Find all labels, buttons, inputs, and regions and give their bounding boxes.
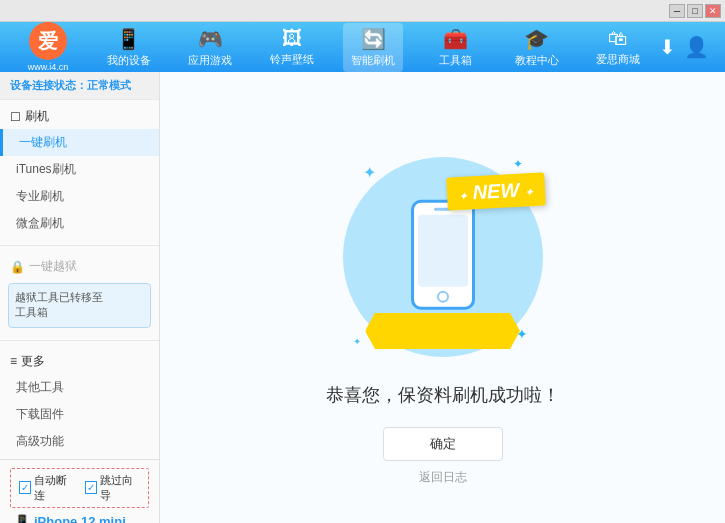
illustration: ✦ ✦ ✦ ✦ ✦ NEW ✦: [333, 147, 553, 367]
logo-icon: 爱: [29, 22, 67, 60]
nav-tutorial-label: 教程中心: [515, 53, 559, 68]
skip-wizard-check-icon: [85, 481, 97, 494]
sidebar-flash-header: ☐ 刷机: [0, 104, 159, 129]
sidebar-item-micro-flash[interactable]: 微盒刷机: [0, 210, 159, 237]
body: 设备连接状态：正常模式 ☐ 刷机 一键刷机 iTunes刷机 专业刷机 微盒刷机…: [0, 72, 725, 523]
new-badge-star-right: ✦: [524, 187, 533, 198]
confirm-button[interactable]: 确定: [383, 427, 503, 461]
flash-section-label: 刷机: [25, 108, 49, 125]
logo-url: www.i4.cn: [28, 62, 69, 72]
new-badge-star-left: ✦: [459, 190, 468, 201]
nav-tutorial-icon: 🎓: [524, 27, 549, 51]
nav-store-icon: 🛍: [608, 27, 628, 50]
device-info: 📱 iPhone 12 mini 64GB Down-12mini-13,1: [14, 514, 149, 523]
status-bar: 设备连接状态：正常模式: [0, 72, 159, 100]
user-button[interactable]: 👤: [684, 35, 709, 59]
status-label: 设备连接状态：: [10, 79, 87, 91]
phone-home-button: [437, 291, 449, 303]
sidebar-item-one-key-flash[interactable]: 一键刷机: [0, 129, 159, 156]
sidebar-item-download-firmware[interactable]: 下载固件: [0, 401, 159, 428]
nav-items: 📱 我的设备 🎮 应用游戏 🖼 铃声壁纸 🔄 智能刷机 🧰 工具箱 🎓: [88, 23, 659, 72]
title-bar: ─ □ ✕: [0, 0, 725, 22]
main-content: ✦ ✦ ✦ ✦ ✦ NEW ✦: [160, 72, 725, 523]
nav-wallpaper-label: 铃声壁纸: [270, 52, 314, 67]
sidebar-bottom: 自动断连 跳过向导 📱 iPhone 12 mini 64GB Down-12m…: [0, 459, 159, 523]
nav-my-device[interactable]: 📱 我的设备: [99, 23, 159, 72]
device-icon: 📱: [14, 514, 30, 523]
sparkle-1: ✦: [363, 163, 376, 182]
nav-my-device-label: 我的设备: [107, 53, 151, 68]
nav-wallpaper[interactable]: 🖼 铃声壁纸: [262, 23, 322, 71]
download-button[interactable]: ⬇: [659, 35, 676, 59]
nav-store-label: 爱思商城: [596, 52, 640, 67]
skip-wizard-checkbox[interactable]: 跳过向导: [85, 473, 141, 503]
sidebar-item-itunes-flash[interactable]: iTunes刷机: [0, 156, 159, 183]
nav-smart-flash[interactable]: 🔄 智能刷机: [343, 23, 403, 72]
sidebar-jailbreak-header: 🔒 一键越狱: [0, 254, 159, 279]
flash-section-icon: ☐: [10, 110, 21, 124]
sidebar-section-more: ≡ 更多 其他工具 下载固件 高级功能: [0, 345, 159, 459]
new-badge: ✦ NEW ✦: [446, 172, 545, 210]
jailbreak-info-box: 越狱工具已转移至工具箱: [8, 283, 151, 328]
nav-apps-label: 应用游戏: [188, 53, 232, 68]
nav-smart-flash-icon: 🔄: [361, 27, 386, 51]
maximize-button[interactable]: □: [687, 4, 703, 18]
more-section-icon: ≡: [10, 354, 17, 368]
nav-right-actions: ⬇ 👤: [659, 35, 717, 59]
status-value: 正常模式: [87, 79, 131, 91]
return-link[interactable]: 返回日志: [419, 469, 467, 486]
success-message: 恭喜您，保资料刷机成功啦！: [326, 383, 560, 407]
nav-toolbox-label: 工具箱: [439, 53, 472, 68]
nav-toolbox[interactable]: 🧰 工具箱: [425, 23, 485, 72]
jailbreak-lock-icon: 🔒: [10, 260, 25, 274]
nav-my-device-icon: 📱: [116, 27, 141, 51]
jailbreak-label: 一键越狱: [29, 258, 77, 275]
sparkle-2: ✦: [513, 157, 523, 171]
sidebar: 设备连接状态：正常模式 ☐ 刷机 一键刷机 iTunes刷机 专业刷机 微盒刷机…: [0, 72, 160, 523]
top-nav: 爱 www.i4.cn 📱 我的设备 🎮 应用游戏 🖼 铃声壁纸 🔄 智能刷机: [0, 22, 725, 72]
nav-apps[interactable]: 🎮 应用游戏: [180, 23, 240, 72]
sparkle-3: ✦: [353, 336, 361, 347]
sidebar-more-header: ≡ 更多: [0, 349, 159, 374]
close-button[interactable]: ✕: [705, 4, 721, 18]
device-name-row: 📱 iPhone 12 mini: [14, 514, 149, 523]
phone-device: [411, 200, 475, 310]
new-badge-text: NEW: [472, 179, 520, 203]
sidebar-item-other-tools[interactable]: 其他工具: [0, 374, 159, 401]
nav-store[interactable]: 🛍 爱思商城: [588, 23, 648, 71]
divider-1: [0, 245, 159, 246]
phone-screen: [418, 215, 468, 287]
nav-tutorial[interactable]: 🎓 教程中心: [507, 23, 567, 72]
sidebar-section-flash: ☐ 刷机 一键刷机 iTunes刷机 专业刷机 微盒刷机: [0, 100, 159, 241]
nav-wallpaper-icon: 🖼: [282, 27, 302, 50]
app-window: 爱 www.i4.cn 📱 我的设备 🎮 应用游戏 🖼 铃声壁纸 🔄 智能刷机: [0, 22, 725, 523]
minimize-button[interactable]: ─: [669, 4, 685, 18]
device-name-label: iPhone 12 mini: [34, 514, 126, 523]
more-section-label: 更多: [21, 353, 45, 370]
auto-disconnect-label: 自动断连: [34, 473, 74, 503]
sidebar-item-pro-flash[interactable]: 专业刷机: [0, 183, 159, 210]
jailbreak-info-text: 越狱工具已转移至工具箱: [15, 291, 103, 318]
sidebar-section-jailbreak: 🔒 一键越狱 越狱工具已转移至工具箱: [0, 250, 159, 336]
skip-wizard-label: 跳过向导: [100, 473, 140, 503]
sidebar-item-advanced[interactable]: 高级功能: [0, 428, 159, 455]
auto-disconnect-checkbox[interactable]: 自动断连: [19, 473, 75, 503]
logo-area: 爱 www.i4.cn: [8, 22, 88, 72]
nav-apps-icon: 🎮: [198, 27, 223, 51]
auto-disconnect-check-icon: [19, 481, 31, 494]
nav-toolbox-icon: 🧰: [443, 27, 468, 51]
checkbox-group: 自动断连 跳过向导: [10, 468, 149, 508]
nav-smart-flash-label: 智能刷机: [351, 53, 395, 68]
ribbon: [365, 313, 520, 349]
divider-2: [0, 340, 159, 341]
